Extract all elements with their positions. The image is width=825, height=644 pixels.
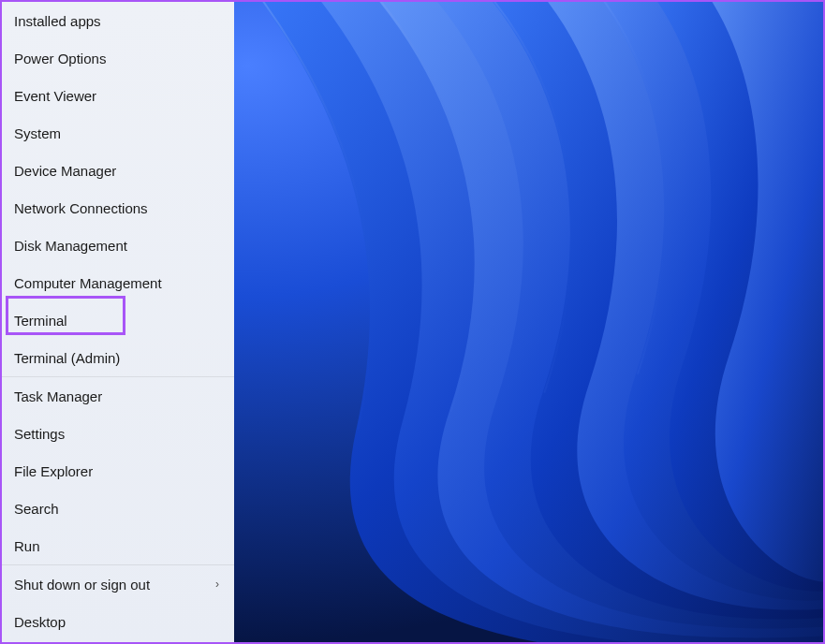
- menu-item-terminal-admin[interactable]: Terminal (Admin): [2, 339, 234, 376]
- menu-item-label: File Explorer: [14, 463, 93, 479]
- menu-item-file-explorer[interactable]: File Explorer: [2, 452, 234, 490]
- winx-power-user-menu: Installed apps Power Options Event Viewe…: [2, 2, 234, 642]
- menu-item-label: Network Connections: [14, 200, 148, 216]
- menu-item-label: Terminal: [14, 313, 67, 329]
- menu-item-label: Search: [14, 501, 59, 517]
- menu-item-terminal[interactable]: Terminal: [2, 301, 234, 339]
- menu-item-device-manager[interactable]: Device Manager: [2, 152, 234, 189]
- menu-item-label: Installed apps: [14, 13, 101, 29]
- menu-item-label: Terminal (Admin): [14, 350, 120, 366]
- menu-item-power-options[interactable]: Power Options: [2, 39, 234, 77]
- menu-item-label: Settings: [14, 426, 65, 442]
- menu-item-label: Device Manager: [14, 163, 116, 179]
- menu-item-event-viewer[interactable]: Event Viewer: [2, 77, 234, 114]
- menu-item-settings[interactable]: Settings: [2, 415, 234, 452]
- menu-item-label: Event Viewer: [14, 88, 96, 104]
- menu-item-label: Power Options: [14, 51, 106, 66]
- menu-item-label: System: [14, 125, 61, 141]
- menu-item-label: Shut down or sign out: [14, 577, 150, 593]
- menu-item-label: Desktop: [14, 614, 66, 630]
- menu-item-system[interactable]: System: [2, 114, 234, 152]
- menu-item-label: Computer Management: [14, 275, 162, 291]
- menu-item-disk-management[interactable]: Disk Management: [2, 227, 234, 264]
- menu-item-installed-apps[interactable]: Installed apps: [2, 2, 234, 39]
- menu-item-computer-management[interactable]: Computer Management: [2, 264, 234, 301]
- menu-item-search[interactable]: Search: [2, 490, 234, 527]
- menu-item-desktop[interactable]: Desktop: [2, 603, 234, 640]
- menu-item-run[interactable]: Run: [2, 527, 234, 564]
- chevron-right-icon: ›: [215, 578, 219, 591]
- menu-item-task-manager[interactable]: Task Manager: [2, 377, 234, 415]
- menu-item-shut-down-or-sign-out[interactable]: Shut down or sign out ›: [2, 565, 234, 603]
- menu-item-network-connections[interactable]: Network Connections: [2, 189, 234, 227]
- menu-item-label: Task Manager: [14, 388, 102, 404]
- menu-item-label: Disk Management: [14, 238, 127, 254]
- menu-item-label: Run: [14, 538, 40, 554]
